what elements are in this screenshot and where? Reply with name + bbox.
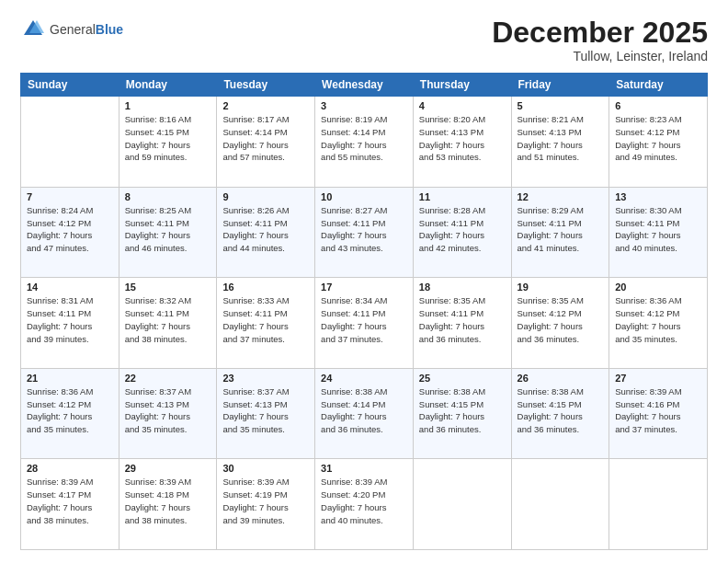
day-number: 18 — [419, 282, 506, 293]
calendar-day-header: Sunday — [21, 74, 119, 97]
day-number: 23 — [222, 373, 309, 384]
calendar-cell: 5Sunrise: 8:21 AM Sunset: 4:13 PM Daylig… — [511, 97, 609, 188]
cell-info: Sunrise: 8:20 AM Sunset: 4:13 PM Dayligh… — [419, 113, 506, 164]
calendar-cell: 12Sunrise: 8:29 AM Sunset: 4:11 PM Dayli… — [511, 187, 609, 278]
calendar-week-row: 1Sunrise: 8:16 AM Sunset: 4:15 PM Daylig… — [21, 97, 708, 188]
calendar-cell — [609, 459, 708, 550]
day-number: 27 — [615, 373, 701, 384]
calendar-cell: 22Sunrise: 8:37 AM Sunset: 4:13 PM Dayli… — [119, 368, 217, 459]
calendar-cell — [413, 459, 511, 550]
cell-info: Sunrise: 8:27 AM Sunset: 4:11 PM Dayligh… — [321, 204, 407, 255]
calendar-cell: 3Sunrise: 8:19 AM Sunset: 4:14 PM Daylig… — [315, 97, 414, 188]
header: GeneralBlue December 2025 Tullow, Leinst… — [20, 17, 708, 63]
day-number: 22 — [125, 373, 211, 384]
cell-info: Sunrise: 8:35 AM Sunset: 4:11 PM Dayligh… — [419, 294, 506, 345]
day-number: 15 — [125, 282, 211, 293]
cell-info: Sunrise: 8:39 AM Sunset: 4:16 PM Dayligh… — [615, 385, 701, 436]
calendar-cell: 18Sunrise: 8:35 AM Sunset: 4:11 PM Dayli… — [413, 278, 511, 369]
calendar-week-row: 7Sunrise: 8:24 AM Sunset: 4:12 PM Daylig… — [21, 187, 708, 278]
day-number: 7 — [27, 191, 113, 202]
day-number: 29 — [125, 463, 211, 474]
day-number: 10 — [321, 191, 407, 202]
calendar-cell: 10Sunrise: 8:27 AM Sunset: 4:11 PM Dayli… — [315, 187, 414, 278]
cell-info: Sunrise: 8:38 AM Sunset: 4:15 PM Dayligh… — [419, 385, 506, 436]
calendar-cell: 16Sunrise: 8:33 AM Sunset: 4:11 PM Dayli… — [217, 278, 315, 369]
cell-info: Sunrise: 8:25 AM Sunset: 4:11 PM Dayligh… — [125, 204, 211, 255]
calendar-cell: 30Sunrise: 8:39 AM Sunset: 4:19 PM Dayli… — [217, 459, 315, 550]
day-number: 13 — [615, 191, 701, 202]
calendar-day-header: Wednesday — [315, 74, 414, 97]
calendar-week-row: 21Sunrise: 8:36 AM Sunset: 4:12 PM Dayli… — [21, 368, 708, 459]
logo-blue: Blue — [96, 22, 123, 37]
cell-info: Sunrise: 8:19 AM Sunset: 4:14 PM Dayligh… — [321, 113, 407, 164]
day-number: 31 — [321, 463, 407, 474]
calendar-cell: 7Sunrise: 8:24 AM Sunset: 4:12 PM Daylig… — [21, 187, 119, 278]
calendar-cell: 20Sunrise: 8:36 AM Sunset: 4:12 PM Dayli… — [609, 278, 708, 369]
logo-text: GeneralBlue — [50, 22, 123, 38]
cell-info: Sunrise: 8:30 AM Sunset: 4:11 PM Dayligh… — [615, 204, 701, 255]
cell-info: Sunrise: 8:38 AM Sunset: 4:14 PM Dayligh… — [321, 385, 407, 436]
calendar-week-row: 14Sunrise: 8:31 AM Sunset: 4:11 PM Dayli… — [21, 278, 708, 369]
cell-info: Sunrise: 8:36 AM Sunset: 4:12 PM Dayligh… — [27, 385, 113, 436]
day-number: 2 — [222, 100, 309, 111]
cell-info: Sunrise: 8:24 AM Sunset: 4:12 PM Dayligh… — [27, 204, 113, 255]
calendar-cell: 17Sunrise: 8:34 AM Sunset: 4:11 PM Dayli… — [315, 278, 414, 369]
day-number: 6 — [615, 100, 701, 111]
calendar-header-row: SundayMondayTuesdayWednesdayThursdayFrid… — [21, 74, 708, 97]
day-number: 5 — [518, 100, 604, 111]
cell-info: Sunrise: 8:36 AM Sunset: 4:12 PM Dayligh… — [615, 294, 701, 345]
day-number: 21 — [27, 373, 113, 384]
day-number: 8 — [125, 191, 211, 202]
cell-info: Sunrise: 8:35 AM Sunset: 4:12 PM Dayligh… — [518, 294, 604, 345]
cell-info: Sunrise: 8:21 AM Sunset: 4:13 PM Dayligh… — [518, 113, 604, 164]
cell-info: Sunrise: 8:32 AM Sunset: 4:11 PM Dayligh… — [125, 294, 211, 345]
calendar-cell: 14Sunrise: 8:31 AM Sunset: 4:11 PM Dayli… — [21, 278, 119, 369]
day-number: 3 — [321, 100, 407, 111]
calendar-cell: 19Sunrise: 8:35 AM Sunset: 4:12 PM Dayli… — [511, 278, 609, 369]
logo: GeneralBlue — [20, 17, 123, 42]
cell-info: Sunrise: 8:29 AM Sunset: 4:11 PM Dayligh… — [518, 204, 604, 255]
day-number: 4 — [419, 100, 506, 111]
cell-info: Sunrise: 8:38 AM Sunset: 4:15 PM Dayligh… — [518, 385, 604, 436]
day-number: 28 — [27, 463, 113, 474]
cell-info: Sunrise: 8:39 AM Sunset: 4:20 PM Dayligh… — [321, 476, 407, 526]
calendar-cell: 28Sunrise: 8:39 AM Sunset: 4:17 PM Dayli… — [21, 459, 119, 550]
calendar-cell: 6Sunrise: 8:23 AM Sunset: 4:12 PM Daylig… — [609, 97, 708, 188]
day-number: 25 — [419, 373, 506, 384]
calendar-cell: 25Sunrise: 8:38 AM Sunset: 4:15 PM Dayli… — [413, 368, 511, 459]
calendar-cell: 9Sunrise: 8:26 AM Sunset: 4:11 PM Daylig… — [217, 187, 315, 278]
cell-info: Sunrise: 8:39 AM Sunset: 4:18 PM Dayligh… — [125, 476, 211, 526]
calendar-day-header: Monday — [119, 74, 217, 97]
calendar-cell: 26Sunrise: 8:38 AM Sunset: 4:15 PM Dayli… — [511, 368, 609, 459]
calendar-cell: 15Sunrise: 8:32 AM Sunset: 4:11 PM Dayli… — [119, 278, 217, 369]
month-title: December 2025 — [492, 17, 708, 49]
calendar-week-row: 28Sunrise: 8:39 AM Sunset: 4:17 PM Dayli… — [21, 459, 708, 550]
calendar-day-header: Saturday — [609, 74, 708, 97]
day-number: 12 — [518, 191, 604, 202]
calendar-cell: 27Sunrise: 8:39 AM Sunset: 4:16 PM Dayli… — [609, 368, 708, 459]
calendar-cell: 31Sunrise: 8:39 AM Sunset: 4:20 PM Dayli… — [315, 459, 414, 550]
cell-info: Sunrise: 8:37 AM Sunset: 4:13 PM Dayligh… — [222, 385, 309, 436]
cell-info: Sunrise: 8:39 AM Sunset: 4:17 PM Dayligh… — [27, 476, 113, 526]
cell-info: Sunrise: 8:39 AM Sunset: 4:19 PM Dayligh… — [222, 476, 309, 526]
calendar-cell: 11Sunrise: 8:28 AM Sunset: 4:11 PM Dayli… — [413, 187, 511, 278]
day-number: 16 — [222, 282, 309, 293]
cell-info: Sunrise: 8:26 AM Sunset: 4:11 PM Dayligh… — [222, 204, 309, 255]
day-number: 17 — [321, 282, 407, 293]
calendar-day-header: Thursday — [413, 74, 511, 97]
cell-info: Sunrise: 8:28 AM Sunset: 4:11 PM Dayligh… — [419, 204, 506, 255]
cell-info: Sunrise: 8:16 AM Sunset: 4:15 PM Dayligh… — [125, 113, 211, 164]
calendar-day-header: Friday — [511, 74, 609, 97]
cell-info: Sunrise: 8:33 AM Sunset: 4:11 PM Dayligh… — [222, 294, 309, 345]
day-number: 19 — [518, 282, 604, 293]
cell-info: Sunrise: 8:31 AM Sunset: 4:11 PM Dayligh… — [27, 294, 113, 345]
logo-general: General — [50, 22, 96, 37]
day-number: 9 — [222, 191, 309, 202]
day-number: 24 — [321, 373, 407, 384]
day-number: 11 — [419, 191, 506, 202]
day-number: 30 — [222, 463, 309, 474]
calendar-cell: 29Sunrise: 8:39 AM Sunset: 4:18 PM Dayli… — [119, 459, 217, 550]
page: GeneralBlue December 2025 Tullow, Leinst… — [0, 0, 728, 563]
calendar-cell — [21, 97, 119, 188]
calendar-cell: 2Sunrise: 8:17 AM Sunset: 4:14 PM Daylig… — [217, 97, 315, 188]
